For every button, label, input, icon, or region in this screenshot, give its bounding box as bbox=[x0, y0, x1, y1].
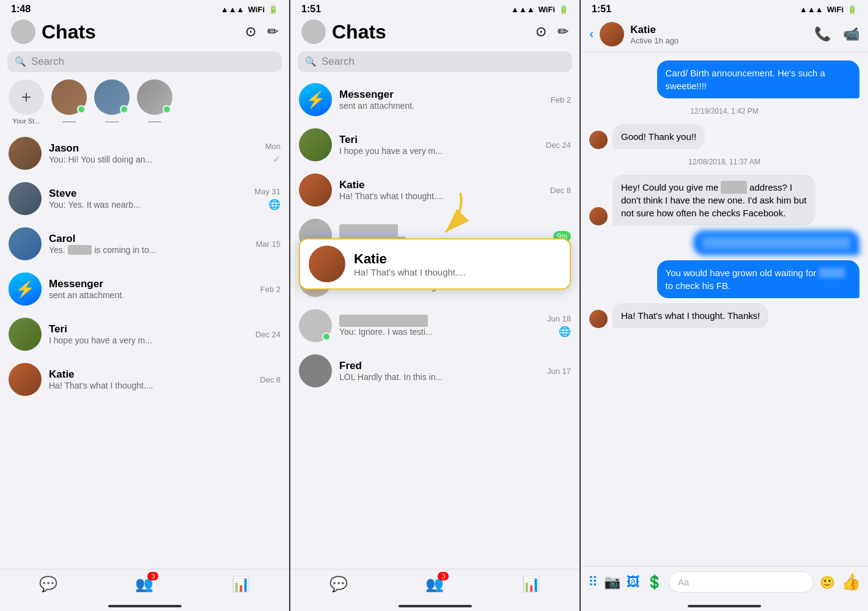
preview-jason: You: Hi! You still doing an... bbox=[49, 155, 258, 164]
content-messenger: Messenger sent an attachment. bbox=[49, 278, 253, 300]
name-2-messenger: Messenger bbox=[339, 89, 543, 101]
wifi-icon-3: WiFi bbox=[827, 5, 844, 14]
nav-people-2[interactable]: 👥 3 bbox=[425, 576, 444, 593]
camera-icon[interactable]: ⊙ bbox=[245, 24, 256, 40]
chat-nav-icon-2: 💬 bbox=[329, 576, 348, 593]
message-placeholder: Aa bbox=[678, 577, 689, 587]
chat-item-messenger[interactable]: ⚡ Messenger sent an attachment. Feb 2 bbox=[0, 266, 289, 312]
stories-row-1: + Your St... —— —— —— bbox=[0, 77, 289, 131]
nav-chats-1[interactable]: 💬 bbox=[39, 576, 57, 593]
video-call-button[interactable]: 📹 bbox=[843, 26, 859, 42]
story-avatar-1 bbox=[51, 79, 87, 115]
edit-icon-2[interactable]: ✏ bbox=[557, 24, 568, 40]
content-steve: Steve You: Yes. It was nearb... bbox=[49, 188, 247, 210]
camera-icon-2[interactable]: ⊙ bbox=[535, 24, 546, 40]
panel-3: 1:51 ▲▲▲ WiFi 🔋 ‹ Katie Active 1h ago 📞 … bbox=[581, 0, 868, 611]
time-steve: May 31 bbox=[254, 187, 281, 196]
avatar-steve bbox=[9, 182, 42, 215]
chat-item-steve[interactable]: Steve You: Yes. It was nearb... May 31 🌐 bbox=[0, 176, 289, 221]
camera-input-icon[interactable]: 📷 bbox=[604, 574, 620, 590]
nav-discover-2[interactable]: 📊 bbox=[522, 576, 540, 593]
name-2-fred: Fred bbox=[339, 360, 540, 372]
chat-item-2-blurred[interactable]: ████████████ You: Ignore. I was testi...… bbox=[290, 303, 579, 348]
chat-header-1: Chats ⊙ ✏ bbox=[0, 17, 289, 49]
dollar-icon[interactable]: 💲 bbox=[646, 574, 663, 590]
like-button[interactable]: 👍 bbox=[841, 573, 861, 591]
nav-people-1[interactable]: 👥 3 bbox=[135, 576, 153, 593]
add-story-button[interactable]: + bbox=[9, 79, 44, 115]
signal-icon-3: ▲▲▲ bbox=[800, 5, 823, 14]
bottom-nav-1: 💬 👥 3 📊 bbox=[0, 569, 289, 605]
check-jason: ✓ bbox=[273, 153, 281, 165]
chat-list-2: ⚡ Messenger sent an attachment. Feb 2 Te… bbox=[290, 77, 579, 569]
story-label-2: —— bbox=[105, 117, 119, 125]
story-3[interactable]: —— bbox=[137, 79, 172, 125]
meta-carol: Mar 15 bbox=[256, 240, 281, 249]
msg-avatar-2 bbox=[589, 207, 608, 225]
nav-discover-1[interactable]: 📊 bbox=[232, 576, 250, 593]
header-left-2: Chats bbox=[301, 20, 386, 44]
search-bar-2[interactable]: 🔍 Search bbox=[298, 51, 572, 72]
nav-chats-2[interactable]: 💬 bbox=[329, 576, 348, 593]
dots-icon[interactable]: ⠿ bbox=[588, 574, 598, 590]
preview-2-blurred: You: Ignore. I was testi... bbox=[339, 327, 540, 337]
content-2-blurred: ████████████ You: Ignore. I was testi... bbox=[339, 315, 540, 337]
name-2-chuck: ████████ bbox=[339, 224, 546, 236]
chat-item-katie[interactable]: Katie Ha! That's what I thought.... Dec … bbox=[0, 357, 289, 402]
right-contact-status: Active 1h ago bbox=[630, 36, 808, 45]
avatar-katie bbox=[9, 363, 42, 396]
msg-avatar-3 bbox=[589, 310, 608, 328]
chat-item-teri[interactable]: Teri I hope you have a very m... Dec 24 bbox=[0, 312, 289, 357]
chat-item-carol[interactable]: Carol Yes. ████ is coming in to... Mar 1… bbox=[0, 221, 289, 266]
header-icons-2: ⊙ ✏ bbox=[535, 24, 568, 40]
msg-incoming-3: Ha! That's what I thought. Thanks! bbox=[589, 303, 859, 328]
status-icons-2: ▲▲▲ WiFi 🔋 bbox=[511, 5, 568, 14]
tooltip-preview: Ha! That's what I thought.... bbox=[354, 267, 466, 277]
signal-icon: ▲▲▲ bbox=[221, 5, 245, 14]
emoji-button[interactable]: 🙂 bbox=[820, 575, 835, 590]
edit-icon[interactable]: ✏ bbox=[267, 24, 278, 40]
page-title-1: Chats bbox=[42, 21, 96, 43]
meta-katie: Dec 8 bbox=[260, 375, 281, 384]
phone-call-button[interactable]: 📞 bbox=[814, 26, 831, 42]
battery-icon: 🔋 bbox=[268, 5, 278, 14]
story-2[interactable]: —— bbox=[94, 79, 130, 125]
msg-incoming-1: Good! Thank you!! bbox=[589, 124, 859, 149]
online-dot-blurred bbox=[322, 332, 331, 341]
back-button[interactable]: ‹ bbox=[589, 26, 594, 42]
content-teri: Teri I hope you have a very m... bbox=[49, 323, 248, 345]
date-separator-1: 12/19/2014, 1:42 PM bbox=[589, 107, 859, 115]
photo-icon[interactable]: 🖼 bbox=[627, 574, 640, 590]
time-2-katie: Dec 8 bbox=[550, 186, 571, 195]
preview-2-katie: Ha! That's what I thought.... bbox=[339, 191, 543, 201]
battery-icon-2: 🔋 bbox=[559, 5, 568, 14]
meta-2-fred: Jun 17 bbox=[547, 367, 571, 376]
chat-item-2-fred[interactable]: Fred LOL Hardly that. In this in... Jun … bbox=[290, 348, 579, 393]
search-bar-1[interactable]: 🔍 Search bbox=[7, 51, 282, 72]
home-indicator-3 bbox=[688, 605, 761, 607]
content-carol: Carol Yes. ████ is coming in to... bbox=[49, 233, 249, 255]
add-story[interactable]: + Your St... bbox=[9, 79, 44, 125]
page-title-2: Chats bbox=[332, 21, 386, 43]
status-bar-2: 1:51 ▲▲▲ WiFi 🔋 bbox=[290, 0, 579, 17]
story-1[interactable]: —— bbox=[51, 79, 87, 125]
meta-2-teri: Dec 24 bbox=[546, 141, 571, 150]
status-bar-3: 1:51 ▲▲▲ WiFi 🔋 bbox=[581, 0, 868, 17]
message-input[interactable]: Aa bbox=[669, 571, 814, 593]
chat-item-2-teri[interactable]: Teri I hope you have a very m... Dec 24 bbox=[290, 122, 579, 167]
avatar-2-blurred bbox=[299, 309, 332, 342]
input-area: ⠿ 📷 🖼 💲 Aa 🙂 👍 bbox=[581, 566, 868, 605]
bubble-outgoing-blurred: ███████████████████████ bbox=[693, 230, 859, 255]
messenger-icon: ⚡ bbox=[9, 273, 42, 306]
preview-messenger: sent an attachment. bbox=[49, 290, 253, 300]
chat-tooltip[interactable]: Katie Ha! That's what I thought.... bbox=[299, 238, 571, 290]
chat-item-2-messenger[interactable]: ⚡ Messenger sent an attachment. Feb 2 bbox=[290, 77, 579, 122]
time-2-teri: Dec 24 bbox=[546, 141, 571, 150]
chat-item-2-katie[interactable]: Katie Ha! That's what I thought.... Dec … bbox=[290, 167, 579, 213]
people-badge-1: 3 bbox=[147, 572, 158, 580]
time-katie: Dec 8 bbox=[260, 375, 281, 384]
tooltip-name: Katie bbox=[354, 251, 466, 267]
meta-2-katie: Dec 8 bbox=[550, 186, 571, 195]
chat-item-jason[interactable]: Jason You: Hi! You still doing an... Mon… bbox=[0, 131, 289, 176]
name-katie: Katie bbox=[49, 368, 252, 381]
